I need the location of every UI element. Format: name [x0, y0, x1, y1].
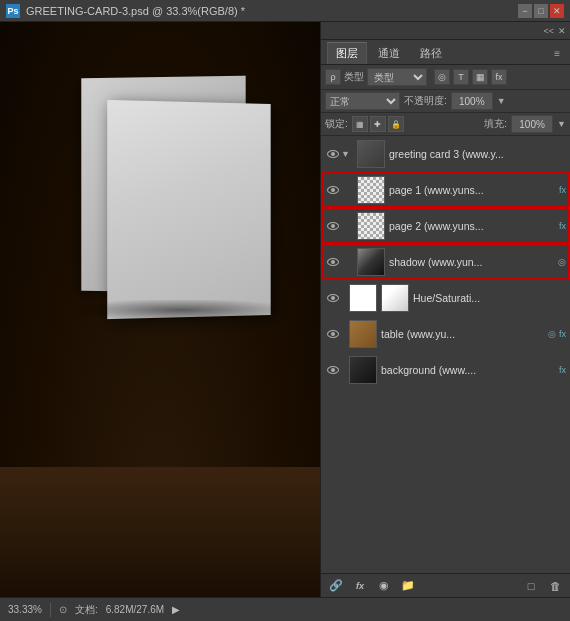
opacity-arrow[interactable]: ▼ — [497, 96, 506, 106]
layer-name: greeting card 3 (www.y... — [389, 148, 566, 160]
thumb-content — [358, 141, 384, 167]
layer-expand-arrow[interactable]: ▼ — [341, 149, 353, 159]
opacity-input[interactable] — [451, 92, 493, 110]
layer-thumbnail — [349, 284, 377, 312]
layer-table[interactable]: table (www.yu... ◎ fx — [321, 316, 570, 352]
new-layer-button[interactable]: □ — [522, 577, 540, 595]
delete-layer-button[interactable]: 🗑 — [546, 577, 564, 595]
layer-name: page 2 (www.yuns... — [389, 220, 557, 232]
layer-fx-badge: ◎ fx — [548, 329, 566, 339]
layer-visibility-toggle[interactable] — [325, 326, 341, 342]
blend-mode-row: 正常 不透明度: ▼ — [321, 90, 570, 113]
layer-visibility-toggle[interactable] — [325, 254, 341, 270]
layer-name: Hue/Saturati... — [413, 292, 566, 304]
layer-visibility-toggle[interactable] — [325, 218, 341, 234]
layer-thumbnail — [349, 320, 377, 348]
link-layers-button[interactable]: 🔗 — [327, 577, 345, 595]
maximize-button[interactable]: □ — [534, 4, 548, 18]
eye-icon — [327, 366, 339, 374]
eye-icon — [327, 150, 339, 158]
layer-thumbnail — [357, 140, 385, 168]
panels-area: << ✕ 图层 通道 路径 ≡ ρ 类型 类型 ◎ T — [320, 22, 570, 597]
layer-visibility-toggle[interactable] — [325, 182, 341, 198]
layer-page2[interactable]: page 2 (www.yuns... fx — [321, 208, 570, 244]
floor-surface — [0, 467, 320, 597]
layers-list: ▼ greeting card 3 (www.y... page 1 (www.… — [321, 136, 570, 573]
card-front — [107, 100, 270, 319]
add-mask-button[interactable]: ◉ — [375, 577, 393, 595]
panel-bottom-toolbar: 🔗 fx ◉ 📁 □ 🗑 — [321, 573, 570, 597]
filter-pixel-icon[interactable]: ◎ — [434, 69, 450, 85]
title-bar-controls: − □ ✕ — [518, 4, 564, 18]
thumb-content — [358, 177, 384, 203]
layer-visibility-badge: ◎ — [558, 257, 566, 267]
lock-position-button[interactable]: ✚ — [370, 116, 386, 132]
layer-fx-badge: fx — [559, 365, 566, 375]
close-button[interactable]: ✕ — [550, 4, 564, 18]
filter-shape-icon[interactable]: ▦ — [472, 69, 488, 85]
lock-icons: ▦ ✚ 🔒 — [352, 116, 404, 132]
layer-visibility-toggle[interactable] — [325, 146, 341, 162]
new-group-button[interactable]: 📁 — [399, 577, 417, 595]
filter-text-icon[interactable]: T — [453, 69, 469, 85]
layer-greeting-card-3[interactable]: ▼ greeting card 3 (www.y... — [321, 136, 570, 172]
layer-name: page 1 (www.yuns... — [389, 184, 557, 196]
panel-topbar: << ✕ — [321, 22, 570, 40]
panel-menu-button[interactable]: ≡ — [550, 46, 564, 61]
lock-all-button[interactable]: 🔒 — [388, 116, 404, 132]
thumb-content — [358, 213, 384, 239]
layer-thumbnail — [349, 356, 377, 384]
zoom-level: 33.33% — [8, 604, 42, 615]
status-divider — [50, 603, 51, 617]
panel-collapse-button[interactable]: << — [543, 26, 554, 36]
layer-thumbnail — [357, 248, 385, 276]
lock-row: 锁定: ▦ ✚ 🔒 填充: ▼ — [321, 113, 570, 136]
layer-name: shadow (www.yun... — [389, 256, 556, 268]
layer-fx-badge: fx — [559, 185, 566, 195]
lock-pixels-button[interactable]: ▦ — [352, 116, 368, 132]
title-bar: Ps GREETING-CARD-3.psd @ 33.3%(RGB/8) * … — [0, 0, 570, 22]
panel-tabs: 图层 通道 路径 ≡ — [321, 40, 570, 65]
layer-visibility-toggle[interactable] — [325, 362, 341, 378]
filter-icons: ◎ T ▦ fx — [434, 69, 507, 85]
add-fx-button[interactable]: fx — [351, 577, 369, 595]
canvas-background — [0, 22, 320, 597]
eye-icon — [327, 258, 339, 266]
layer-hue-saturation[interactable]: Hue/Saturati... — [321, 280, 570, 316]
lock-label: 锁定: — [325, 117, 348, 131]
status-nav-button[interactable]: ▶ — [172, 604, 180, 615]
eye-icon — [327, 222, 339, 230]
thumb-content — [350, 321, 376, 347]
layer-mask-thumbnail — [381, 284, 409, 312]
filter-type-label: 类型 — [344, 70, 364, 84]
tab-layers[interactable]: 图层 — [327, 42, 367, 64]
minimize-button[interactable]: − — [518, 4, 532, 18]
fill-input[interactable] — [511, 115, 553, 133]
blend-mode-select[interactable]: 正常 — [325, 92, 400, 110]
tab-paths[interactable]: 路径 — [411, 42, 451, 64]
title-bar-left: Ps GREETING-CARD-3.psd @ 33.3%(RGB/8) * — [6, 4, 245, 18]
fill-arrow[interactable]: ▼ — [557, 119, 566, 129]
window-title: GREETING-CARD-3.psd @ 33.3%(RGB/8) * — [26, 5, 245, 17]
layer-name: table (www.yu... — [381, 328, 546, 340]
filter-type-select[interactable]: 类型 — [367, 68, 427, 86]
status-bar: 33.33% ⊙ 文档: 6.82M/27.6M ▶ — [0, 597, 570, 621]
tab-channels[interactable]: 通道 — [369, 42, 409, 64]
eye-icon — [327, 294, 339, 302]
filter-search-icon: ρ — [325, 69, 341, 85]
filter-row: ρ 类型 类型 ◎ T ▦ fx — [321, 65, 570, 90]
filter-fx-icon[interactable]: fx — [491, 69, 507, 85]
eye-icon — [327, 186, 339, 194]
layer-page1[interactable]: page 1 (www.yuns... fx — [321, 172, 570, 208]
eye-icon — [327, 330, 339, 338]
fill-label: 填充: — [484, 117, 507, 131]
layer-visibility-toggle[interactable] — [325, 290, 341, 306]
status-doc-label: 文档: — [75, 603, 98, 617]
thumb-content — [382, 285, 408, 311]
layer-shadow[interactable]: shadow (www.yun... ◎ — [321, 244, 570, 280]
layer-thumbnail — [357, 212, 385, 240]
layer-name: background (www.... — [381, 364, 557, 376]
layer-background[interactable]: background (www.... fx — [321, 352, 570, 388]
opacity-label: 不透明度: — [404, 94, 447, 108]
panel-close-button[interactable]: ✕ — [558, 26, 566, 36]
